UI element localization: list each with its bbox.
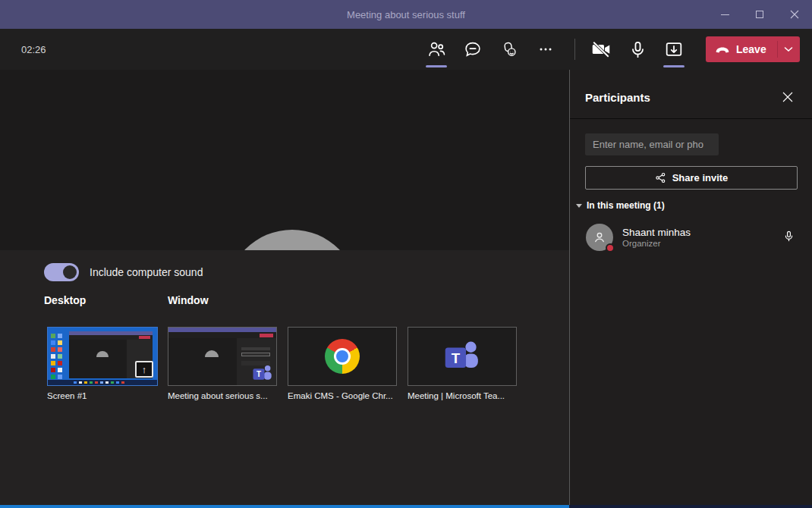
close-button[interactable] [777,0,812,29]
participant-role: Organizer [622,239,691,248]
panel-close-button[interactable] [780,89,795,105]
presence-busy-dot [606,243,615,252]
thumb-label-teams-app: Meeting | Microsoft Tea... [408,391,505,400]
share-screen-button[interactable] [656,29,692,70]
window-heading: Window [168,294,209,306]
leave-label: Leave [736,43,766,55]
leave-options-button[interactable] [778,36,800,62]
mini-leave-button [260,334,273,337]
leave-split-button: Leave [706,36,800,62]
close-icon [782,92,793,102]
chat-button[interactable] [455,29,491,70]
include-computer-sound-label: Include computer sound [90,266,203,278]
teams-icon: T [442,339,482,374]
close-icon [790,10,799,19]
in-this-meeting-section[interactable]: In this meeting (1) [576,200,665,211]
share-invite-label: Share invite [672,172,729,183]
participant-row[interactable]: Shaant minhas Organizer [570,220,812,255]
minimize-button[interactable] [707,0,742,29]
meeting-toolbar: 02:26 [0,29,812,70]
share-invite-button[interactable]: Share invite [585,166,798,190]
mini-share-invite [241,353,270,356]
maximize-icon [756,11,763,18]
participants-button[interactable] [418,29,455,70]
leave-button[interactable]: Leave [706,36,777,62]
camera-off-icon [590,38,612,61]
share-invite-icon [655,172,666,183]
reactions-button[interactable] [491,29,527,70]
titlebar: Meeting about serious stuff [0,0,812,29]
chrome-icon [325,339,360,374]
reactions-icon [499,39,519,59]
toolbar-center-group [418,29,564,70]
mic-button[interactable] [619,29,656,70]
mini-taskbar [48,380,157,385]
panel-header: Participants [570,70,812,119]
thumb-label-meeting: Meeting about serious s... [168,391,268,400]
meeting-timer: 02:26 [21,29,46,70]
svg-text:T: T [257,370,261,378]
person-icon [591,229,608,246]
participants-icon [426,39,447,60]
window-title: Meeting about serious stuff [0,9,812,20]
teams-meeting-window: Meeting about serious stuff 02:26 [0,0,812,508]
include-computer-sound-toggle[interactable] [44,263,79,281]
hangup-icon [715,45,730,53]
mic-icon [628,39,648,60]
participant-mic-button[interactable] [782,230,795,246]
toolbar-divider [574,39,575,60]
mini-search-input [241,347,270,350]
more-options-icon [537,40,555,58]
more-options-button[interactable] [527,29,564,70]
section-label: In this meeting (1) [587,200,665,211]
participant-name: Shaant minhas [622,227,691,238]
toggle-knob [63,265,77,279]
svg-text:T: T [452,350,461,366]
avatar [586,224,613,251]
chevron-down-icon [784,46,793,52]
share-source-meeting-window[interactable]: T [168,327,277,386]
desktop-heading: Desktop [44,294,86,306]
camera-off-button[interactable] [583,29,619,70]
mic-icon [782,230,795,243]
mini-avatar-arc [205,350,219,357]
thumb-label-screen-1: Screen #1 [47,391,87,400]
minimize-icon [721,14,729,15]
chat-icon [463,39,483,59]
share-source-screen-1[interactable]: ↑ [47,327,158,386]
video-stage: Include computer sound Desktop Window ↑ … [0,70,569,505]
computer-sound-row: Include computer sound [44,263,203,281]
section-collapse-icon [576,203,582,208]
taskbar-edge-right [569,505,812,508]
invite-search-input[interactable] [585,133,719,155]
share-source-chrome[interactable] [288,327,397,386]
screen-share-tray: Include computer sound Desktop Window ↑ … [0,250,569,505]
teams-badge-icon: T [251,363,274,384]
share-source-teams-app[interactable]: T [408,327,517,386]
share-arrow-overlay-icon: ↑ [135,361,153,378]
participant-texts: Shaant minhas Organizer [622,227,691,248]
window-controls [707,0,812,29]
desktop-icons [51,334,55,338]
participants-panel: Participants Share invite In this meetin… [570,70,812,505]
panel-title: Participants [585,91,650,104]
share-screen-icon [663,39,685,60]
thumb-label-chrome: Emaki CMS - Google Chr... [288,391,393,400]
maximize-button[interactable] [742,0,777,29]
toolbar-right-group [583,29,692,70]
taskbar-edge-left [0,505,569,508]
